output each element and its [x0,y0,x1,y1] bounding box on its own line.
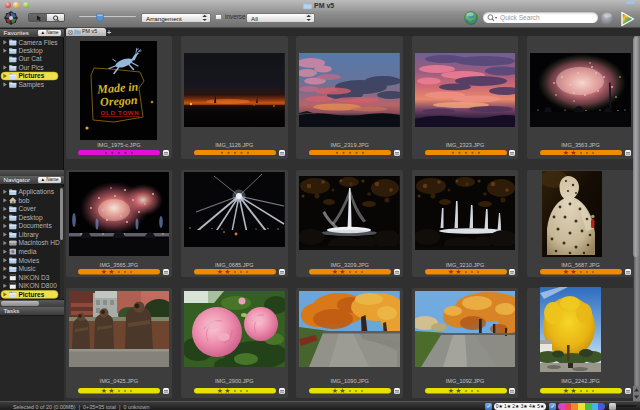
svg-text:★: ★ [109,269,115,275]
svg-text:★: ★ [109,388,115,394]
svg-text:Music: Music [18,265,36,272]
svg-text:Cover: Cover [18,205,36,212]
svg-text:★: ★ [563,388,569,394]
svg-text:★: ★ [455,388,461,394]
svg-text:★: ★ [224,269,230,275]
svg-text:★: ★ [101,269,107,275]
svg-text:★: ★ [217,269,223,275]
svg-text:★: ★ [101,388,107,394]
svg-text:Library: Library [18,230,39,238]
svg-text:★: ★ [570,150,576,156]
svg-text:Applications: Applications [18,188,54,196]
svg-text:Documents: Documents [18,222,52,229]
svg-text:Samples: Samples [18,80,44,88]
svg-text:★: ★ [455,269,461,275]
svg-text:Oregon: Oregon [100,93,138,109]
svg-text:Our Pics: Our Pics [18,63,44,70]
svg-text:Desktop: Desktop [18,46,43,54]
svg-text:NIKON D800: NIKON D800 [18,282,57,289]
svg-text:★: ★ [332,388,338,394]
svg-text:NIKON D3: NIKON D3 [18,273,49,280]
svg-text:Pictures: Pictures [18,72,44,79]
svg-text:Desktop: Desktop [18,213,43,221]
svg-text:★: ★ [217,388,223,394]
svg-text:★: ★ [447,388,453,394]
svg-text:★: ★ [570,269,576,275]
svg-text:★: ★ [563,269,569,275]
svg-text:★: ★ [563,150,569,156]
svg-text:★: ★ [332,269,338,275]
svg-text:★: ★ [224,388,230,394]
svg-text:★: ★ [339,388,345,394]
svg-text:bob: bob [18,196,29,203]
svg-text:media: media [18,247,36,254]
svg-text:★: ★ [339,269,345,275]
svg-text:Our Cat: Our Cat [18,55,41,62]
svg-text:Camera Files: Camera Files [18,38,58,45]
svg-text:★: ★ [570,388,576,394]
svg-text:Pictures: Pictures [18,290,44,297]
svg-text:Movies: Movies [18,256,40,263]
svg-text:Macintosh HD: Macintosh HD [18,239,60,246]
svg-text:★: ★ [447,269,453,275]
svg-text:OLD TOWN: OLD TOWN [101,110,140,116]
